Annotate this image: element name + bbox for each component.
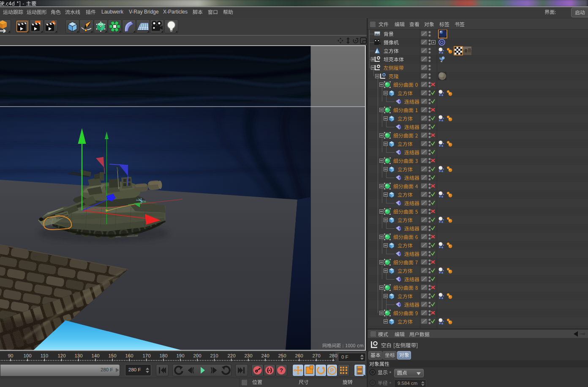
svg-text:P: P bbox=[330, 368, 334, 373]
svg-text:?: ? bbox=[280, 367, 283, 373]
